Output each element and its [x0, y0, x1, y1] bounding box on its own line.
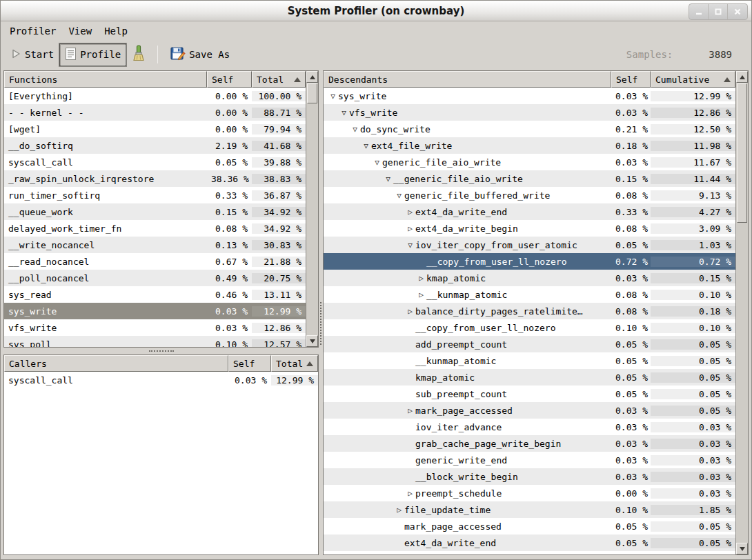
profile-toggle-button[interactable]: Profile: [59, 43, 126, 66]
horizontal-pane-splitter[interactable]: [3, 348, 319, 354]
tree-row[interactable]: ▽generic_file_aio_write0.03 %11.67 %: [324, 154, 735, 170]
tree-row[interactable]: ▽vfs_write0.03 %12.86 %: [324, 104, 735, 121]
minimize-button[interactable]: [689, 4, 709, 19]
descendants-cumulative-column-header[interactable]: Cumulative: [651, 71, 735, 88]
functions-scrollbar[interactable]: [306, 71, 318, 347]
tree-row[interactable]: ▷file_update_time0.10 %1.85 %: [324, 501, 735, 518]
table-row[interactable]: _raw_spin_unlock_irqrestore38.36 %38.83 …: [4, 170, 306, 187]
expander-collapsed-icon[interactable]: ▷: [405, 208, 415, 217]
tree-row[interactable]: ▽generic_file_buffered_write0.08 %9.13 %: [324, 187, 735, 203]
table-row[interactable]: run_timer_softirq0.33 %36.87 %: [4, 187, 306, 203]
self-percent: 0.05 %: [611, 521, 651, 532]
expander-open-icon[interactable]: ▽: [394, 191, 404, 200]
scrollbar-thumb[interactable]: [737, 83, 747, 223]
menu-help[interactable]: Help: [98, 23, 134, 39]
table-row[interactable]: __queue_work0.15 %34.92 %: [4, 203, 306, 220]
functions-column-header[interactable]: Functions: [4, 71, 207, 88]
tree-row[interactable]: __copy_from_user_ll_nozero0.72 %0.72 %: [324, 253, 735, 270]
table-row[interactable]: - - kernel - -0.00 %88.71 %: [4, 104, 306, 121]
expander-collapsed-icon[interactable]: ▷: [416, 290, 426, 299]
scroll-up-button[interactable]: [736, 71, 748, 83]
table-row[interactable]: sys_read0.46 %13.11 %: [4, 286, 306, 303]
callers-column-header[interactable]: Callers: [4, 355, 228, 372]
splitter-grip-icon: [320, 302, 321, 345]
tree-row[interactable]: ▽do_sync_write0.21 %12.50 %: [324, 121, 735, 137]
expander-collapsed-icon[interactable]: ▷: [405, 406, 415, 415]
tree-row[interactable]: add_preempt_count0.05 %0.05 %: [324, 336, 735, 352]
reset-button[interactable]: [126, 41, 151, 68]
table-row[interactable]: __read_nocancel0.67 %21.88 %: [4, 253, 306, 270]
tree-row[interactable]: grab_cache_page_write_begin0.03 %0.03 %: [324, 435, 735, 452]
tree-row[interactable]: ▷__kunmap_atomic0.08 %0.10 %: [324, 286, 735, 303]
table-row[interactable]: delayed_work_timer_fn0.08 %34.92 %: [4, 220, 306, 237]
table-row[interactable]: syscall_call0.05 %39.88 %: [4, 154, 306, 170]
expander-open-icon[interactable]: ▽: [361, 141, 371, 150]
tree-row[interactable]: sub_preempt_count0.05 %0.05 %: [324, 386, 735, 402]
descendants-scrollbar[interactable]: [735, 71, 748, 554]
tree-row[interactable]: ▷preempt_schedule0.00 %0.03 %: [324, 485, 735, 501]
expander-open-icon[interactable]: ▽: [350, 125, 360, 134]
tree-row[interactable]: ▷ext4_da_write_end0.33 %4.27 %: [324, 203, 735, 220]
function-name: __do_softirq: [4, 141, 207, 151]
scroll-down-button[interactable]: [306, 335, 318, 347]
expander-open-icon[interactable]: ▽: [372, 158, 382, 167]
table-row[interactable]: [Everything]0.00 %100.00 %: [4, 88, 306, 104]
expander-collapsed-icon[interactable]: ▷: [416, 274, 426, 283]
callers-total-column-header[interactable]: Total: [271, 355, 318, 372]
scroll-up-button[interactable]: [306, 71, 318, 83]
tree-row[interactable]: iov_iter_advance0.03 %0.03 %: [324, 419, 735, 435]
expander-open-icon[interactable]: ▽: [383, 174, 393, 183]
scroll-down-button[interactable]: [736, 543, 748, 554]
tree-row[interactable]: __block_write_begin0.03 %0.03 %: [324, 468, 735, 485]
vertical-pane-splitter[interactable]: [319, 70, 323, 555]
tree-row[interactable]: ▷mark_page_accessed0.03 %0.05 %: [324, 402, 735, 419]
tree-row[interactable]: ▽iov_iter_copy_from_user_atomic0.05 %1.0…: [324, 237, 735, 253]
tree-row[interactable]: __kunmap_atomic0.05 %0.05 %: [324, 352, 735, 369]
start-button[interactable]: Start: [5, 45, 59, 65]
tree-row[interactable]: mark_page_accessed0.05 %0.05 %: [324, 518, 735, 534]
table-row[interactable]: __do_softirq2.19 %41.68 %: [4, 137, 306, 154]
save-as-button[interactable]: Save As: [164, 42, 235, 67]
tree-row[interactable]: generic_write_end0.03 %0.03 %: [324, 452, 735, 468]
close-button[interactable]: [728, 4, 747, 19]
table-row[interactable]: syscall_call0.03 %12.99 %: [4, 372, 318, 388]
expander-open-icon[interactable]: ▽: [405, 241, 415, 250]
samples-label: Samples:: [626, 49, 673, 60]
expander-open-icon[interactable]: ▽: [328, 92, 338, 101]
menu-view[interactable]: View: [62, 23, 98, 39]
tree-row[interactable]: __copy_from_user_ll_nozero0.10 %0.10 %: [324, 319, 735, 336]
table-row[interactable]: __poll_nocancel0.49 %20.75 %: [4, 270, 306, 286]
tree-row[interactable]: ext4_da_write_end0.05 %0.05 %: [324, 534, 735, 551]
tree-row[interactable]: ▷kmap_atomic0.03 %0.15 %: [324, 270, 735, 286]
function-name: __generic_file_aio_write: [393, 174, 523, 184]
self-percent: 0.18 %: [611, 141, 651, 151]
table-row[interactable]: [wget]0.00 %79.94 %: [4, 121, 306, 137]
descendants-self-column-header[interactable]: Self: [611, 71, 651, 88]
tree-row[interactable]: ▽__generic_file_aio_write0.15 %11.44 %: [324, 170, 735, 187]
menu-profiler[interactable]: Profiler: [3, 23, 62, 39]
expander-collapsed-icon[interactable]: ▷: [405, 224, 415, 233]
callers-self-column-header[interactable]: Self: [228, 355, 271, 372]
scrollbar-trough[interactable]: [306, 83, 318, 335]
expander-collapsed-icon[interactable]: ▷: [394, 506, 404, 514]
functions-total-column-header[interactable]: Total: [252, 71, 306, 88]
table-row[interactable]: sys_write0.03 %12.99 %: [4, 303, 306, 319]
expander-collapsed-icon[interactable]: ▷: [405, 307, 415, 316]
table-row[interactable]: sys_poll0.10 %12.57 %: [4, 336, 306, 347]
expander-collapsed-icon[interactable]: ▷: [405, 489, 415, 498]
expander-open-icon[interactable]: ▽: [339, 108, 349, 117]
descendants-column-header[interactable]: Descendants: [324, 71, 611, 88]
functions-self-column-header[interactable]: Self: [207, 71, 252, 88]
maximize-button[interactable]: [709, 4, 728, 19]
tree-row[interactable]: kmap_atomic0.05 %0.05 %: [324, 369, 735, 386]
tree-row[interactable]: ▽ext4_file_write0.18 %11.98 %: [324, 137, 735, 154]
function-name: __queue_work: [4, 207, 207, 217]
tree-row[interactable]: ▷balance_dirty_pages_ratelimite…0.08 %0.…: [324, 303, 735, 319]
scrollbar-trough[interactable]: [736, 83, 748, 543]
tree-row[interactable]: add_preempt_count0.03 %0.03 %: [324, 551, 735, 554]
scrollbar-thumb[interactable]: [307, 83, 317, 103]
table-row[interactable]: vfs_write0.03 %12.86 %: [4, 319, 306, 336]
table-row[interactable]: __write_nocancel0.13 %30.83 %: [4, 237, 306, 253]
tree-row[interactable]: ▽sys_write0.03 %12.99 %: [324, 88, 735, 104]
tree-row[interactable]: ▷ext4_da_write_begin0.08 %3.09 %: [324, 220, 735, 237]
